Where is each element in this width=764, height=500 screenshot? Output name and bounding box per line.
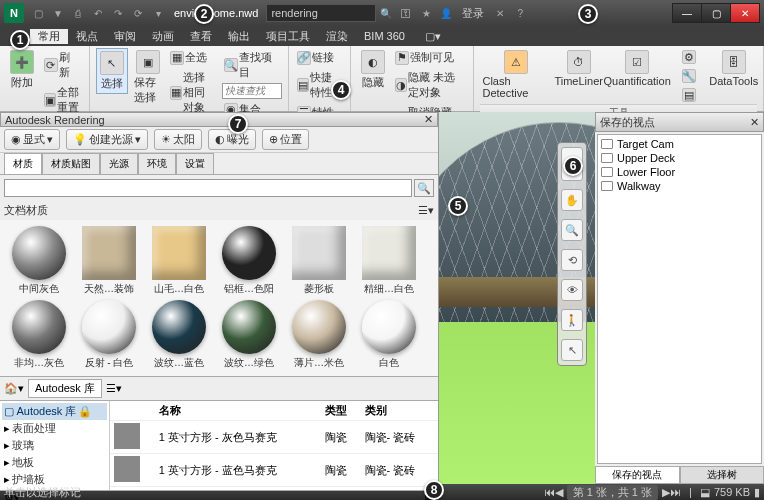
undo-icon[interactable]: ↶ — [90, 5, 106, 21]
panel-close-icon[interactable]: ✕ — [750, 116, 759, 129]
material-item[interactable]: 薄片…米色 — [284, 298, 354, 372]
tab-bim[interactable]: BIM 360 — [356, 30, 413, 42]
clash-button[interactable]: ⚠Clash Detective — [480, 48, 551, 101]
col-name[interactable]: 名称 — [155, 401, 321, 421]
maximize-button[interactable]: ▢ — [701, 3, 731, 23]
walk-icon[interactable]: 🚶 — [561, 309, 583, 331]
view-mode-icon[interactable]: ☰▾ — [418, 204, 434, 217]
material-item[interactable]: 非均…灰色 — [4, 298, 74, 372]
tool-row2[interactable]: 🔧 — [680, 67, 698, 85]
library-breadcrumb[interactable]: Autodesk 库 — [28, 379, 102, 398]
refresh-icon[interactable]: ⟳ — [130, 5, 146, 21]
save-selection-button[interactable]: ▣保存 选择 — [132, 48, 164, 107]
viewpoint-item[interactable]: Lower Floor — [600, 165, 759, 179]
select-all-button[interactable]: ▦全选 — [168, 48, 218, 67]
sun-button[interactable]: ☀太阳 — [154, 129, 202, 150]
close-button[interactable]: ✕ — [730, 3, 760, 23]
material-search-input[interactable] — [4, 179, 412, 197]
material-item[interactable]: 天然…装饰 — [74, 224, 144, 298]
star-icon[interactable]: ★ — [418, 5, 434, 21]
look-icon[interactable]: 👁 — [561, 279, 583, 301]
tab-settings[interactable]: 设置 — [176, 153, 214, 174]
tab-tools[interactable]: 项目工具 — [258, 29, 318, 44]
pager-next-icon[interactable]: ▶ — [662, 486, 670, 499]
tab-lights[interactable]: 光源 — [100, 153, 138, 174]
dropdown-icon[interactable]: ▾ — [150, 5, 166, 21]
tree-node[interactable]: ▸ 表面处理 — [2, 420, 107, 437]
tab-material-map[interactable]: 材质贴图 — [42, 153, 100, 174]
material-item[interactable]: 精细…白色 — [354, 224, 424, 298]
tree-node[interactable]: ▢ Autodesk 库 🔒 — [2, 403, 107, 420]
tab-output[interactable]: 输出 — [220, 29, 258, 44]
location-button[interactable]: ⊕位置 — [262, 129, 309, 150]
col-type[interactable]: 类型 — [321, 401, 361, 421]
help-icon[interactable]: ? — [512, 5, 528, 21]
pager-prev-icon[interactable]: ◀ — [555, 486, 563, 499]
datatools-button[interactable]: 🗄DataTools — [710, 48, 757, 89]
save-icon[interactable]: ▼ — [50, 5, 66, 21]
material-item[interactable]: 铝框…色阳 — [214, 224, 284, 298]
tree-node[interactable]: ▸ 玻璃 — [2, 437, 107, 454]
tab-saved-viewpoints[interactable]: 保存的视点 — [595, 466, 680, 484]
hide-unsel-button[interactable]: ◑隐藏 未选定对象 — [393, 68, 467, 102]
tab-look[interactable]: 查看 — [182, 29, 220, 44]
material-item[interactable]: 菱形板 — [284, 224, 354, 298]
login-link[interactable]: 登录 — [462, 6, 484, 21]
select-same-button[interactable]: ▦选择 相同对象 — [168, 68, 218, 117]
tool-row3[interactable]: ▤ — [680, 86, 698, 104]
viewpoint-item[interactable]: Target Cam — [600, 137, 759, 151]
table-row[interactable]: 1 英寸方形 - 灰色马赛克陶瓷陶瓷- 瓷砖 — [110, 421, 438, 454]
search-go-icon[interactable]: 🔍 — [378, 5, 394, 21]
tab-review[interactable]: 审阅 — [106, 29, 144, 44]
pager-last-icon[interactable]: ⏭ — [670, 486, 681, 498]
require-button[interactable]: ⚑强制可见 — [393, 48, 467, 67]
app-menu-icon[interactable]: N — [4, 3, 24, 23]
tab-environment[interactable]: 环境 — [138, 153, 176, 174]
table-row[interactable]: 1 英寸方形 - 蓝色马赛克陶瓷陶瓷- 瓷砖 — [110, 454, 438, 487]
home-icon[interactable]: 🏠▾ — [4, 382, 24, 395]
open-icon[interactable]: ▢ — [30, 5, 46, 21]
viewpoint-list[interactable]: Target CamUpper DeckLower FloorWalkway — [597, 134, 762, 464]
exchange-icon[interactable]: ✕ — [492, 5, 508, 21]
material-item[interactable]: 波纹…绿色 — [214, 298, 284, 372]
print-icon[interactable]: ⎙ — [70, 5, 86, 21]
material-item[interactable]: 波纹…蓝色 — [144, 298, 214, 372]
orbit-icon[interactable]: ⟲ — [561, 249, 583, 271]
tab-anim[interactable]: 动画 — [144, 29, 182, 44]
lib-view-icon[interactable]: ☰▾ — [106, 382, 122, 395]
tab-render[interactable]: 渲染 — [318, 29, 356, 44]
key-icon[interactable]: ⚿ — [398, 5, 414, 21]
create-light-button[interactable]: 💡创建光源▾ — [66, 129, 148, 150]
tab-options-icon[interactable]: ▢▾ — [417, 30, 449, 43]
col-cat[interactable]: 类别 — [361, 401, 439, 421]
refresh-button[interactable]: ⟳刷新 — [42, 48, 83, 82]
pan-icon[interactable]: ✋ — [561, 189, 583, 211]
panel-close-icon[interactable]: ✕ — [424, 113, 433, 126]
tool-row1[interactable]: ⚙ — [680, 48, 698, 66]
tab-home[interactable]: 常用 — [30, 29, 68, 44]
material-item[interactable]: 白色 — [354, 298, 424, 372]
style-button[interactable]: ◉显式▾ — [4, 129, 60, 150]
user-icon[interactable]: 👤 — [438, 5, 454, 21]
tab-materials[interactable]: 材质 — [4, 153, 42, 174]
library-list[interactable]: 名称类型类别 1 英寸方形 - 灰色马赛克陶瓷陶瓷- 瓷砖1 英寸方形 - 蓝色… — [110, 401, 438, 490]
material-item[interactable]: 中间灰色 — [4, 224, 74, 298]
links-button[interactable]: 🔗链接 — [295, 48, 345, 67]
find-items-button[interactable]: 🔍查找项目 — [222, 48, 282, 82]
tree-node[interactable]: ▸ 地板 — [2, 454, 107, 471]
search-icon[interactable]: 🔍 — [414, 179, 434, 197]
select-button[interactable]: ↖选择 — [96, 48, 128, 94]
quick-find-input[interactable]: 快速查找 — [222, 83, 282, 99]
viewpoint-item[interactable]: Upper Deck — [600, 151, 759, 165]
tab-selection-tree[interactable]: 选择树 — [680, 466, 765, 484]
saved-viewpoints-header[interactable]: 保存的视点 ✕ — [595, 112, 764, 132]
redo-icon[interactable]: ↷ — [110, 5, 126, 21]
viewpoint-item[interactable]: Walkway — [600, 179, 759, 193]
tab-view[interactable]: 视点 — [68, 29, 106, 44]
material-item[interactable]: 山毛…白色 — [144, 224, 214, 298]
timeliner-button[interactable]: ⏱TimeLiner — [556, 48, 602, 89]
library-tree[interactable]: ▢ Autodesk 库 🔒▸ 表面处理▸ 玻璃▸ 地板▸ 护墙板 — [0, 401, 110, 490]
pager-first-icon[interactable]: ⏮ — [544, 486, 555, 498]
minimize-button[interactable]: — — [672, 3, 702, 23]
hide-button[interactable]: ◐隐藏 — [357, 48, 389, 92]
